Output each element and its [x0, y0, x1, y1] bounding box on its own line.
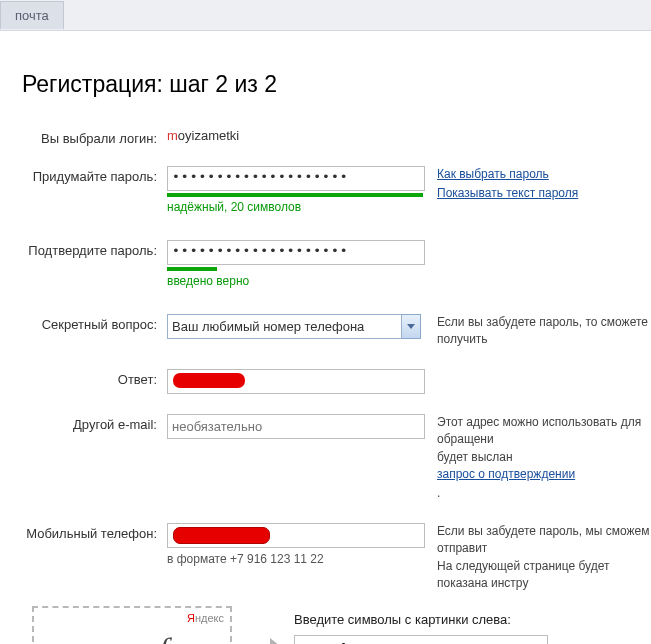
secret-hint: Если вы забудете пароль, то сможете полу… — [421, 314, 651, 349]
login-value: moyizametki — [167, 128, 239, 143]
arrow-right-icon — [246, 606, 280, 644]
email-hint-mid: будет выслан — [437, 450, 513, 464]
captcha-brand-rest: ндекс — [195, 612, 224, 624]
row-confirm: Подтвердите пароль: ••••••••••••••••••••… — [22, 240, 651, 288]
phone-format-hint: в формате +7 916 123 11 22 — [167, 552, 421, 566]
email-hint-post: . — [437, 486, 440, 500]
label-secret: Секретный вопрос: — [22, 314, 167, 349]
tab-mail[interactable]: почта — [0, 1, 64, 29]
email-hint: Этот адрес можно использовать для обраще… — [421, 414, 651, 503]
confirm-input[interactable]: •••••••••••••••••••• — [167, 240, 425, 265]
label-login: Вы выбрали логин: — [22, 128, 167, 146]
answer-input[interactable] — [167, 369, 425, 394]
password-strength-bar — [167, 193, 423, 197]
phone-hint: Если вы забудете пароль, мы сможем отпра… — [421, 523, 651, 593]
label-confirm: Подтвердите пароль: — [22, 240, 167, 288]
row-secret: Секретный вопрос: Ваш любимый номер теле… — [22, 314, 651, 349]
captcha-section: Яндекс vmeqf показать другую картинку Вв… — [32, 606, 651, 644]
svg-marker-0 — [407, 324, 415, 329]
label-email: Другой e-mail: — [22, 414, 167, 503]
captcha-image: Яндекс vmeqf — [32, 606, 232, 644]
confirm-status-label: введено верно — [167, 274, 421, 288]
captcha-prompt: Введите символы с картинки слева: — [294, 612, 651, 627]
phone-input[interactable] — [167, 523, 425, 548]
captcha-brand: Яндекс — [187, 612, 224, 624]
email-hint-pre: Этот адрес можно использовать для обраще… — [437, 415, 641, 446]
top-tabs: почта — [0, 0, 651, 31]
content: Регистрация: шаг 2 из 2 Вы выбрали логин… — [0, 31, 651, 644]
confirm-strength-bar — [167, 267, 217, 271]
page-title: Регистрация: шаг 2 из 2 — [22, 71, 651, 98]
captcha-brand-y: Я — [187, 612, 195, 624]
email-input[interactable] — [167, 414, 425, 439]
password-input[interactable]: •••••••••••••••••••• — [167, 166, 425, 191]
link-choose-password[interactable]: Как выбрать пароль — [437, 166, 651, 183]
secret-select-value[interactable]: Ваш любимый номер телефона — [167, 314, 402, 339]
login-rest: oyizametki — [178, 128, 239, 143]
secret-select-button[interactable] — [402, 314, 421, 339]
link-confirm-request[interactable]: запрос о подтверждении — [437, 466, 651, 483]
label-password: Придумайте пароль: — [22, 166, 167, 214]
row-answer: Ответ: — [22, 369, 651, 394]
phone-hint1: Если вы забудете пароль, мы сможем отпра… — [437, 524, 649, 555]
row-phone: Мобильный телефон: в формате +7 916 123 … — [22, 523, 651, 593]
phone-redacted — [173, 527, 270, 544]
captcha-distorted-text: vmeqf — [97, 631, 167, 644]
row-password: Придумайте пароль: •••••••••••••••••••• … — [22, 166, 651, 214]
login-prefix: m — [167, 128, 178, 143]
label-answer: Ответ: — [22, 369, 167, 394]
captcha-right: Введите символы с картинки слева: Робот … — [294, 606, 651, 644]
phone-hint2: На следующей странице будет показана инс… — [437, 559, 609, 590]
chevron-down-icon — [407, 324, 415, 330]
row-email: Другой e-mail: Этот адрес можно использо… — [22, 414, 651, 503]
password-strength-label: надёжный, 20 символов — [167, 200, 421, 214]
answer-redacted — [173, 373, 245, 388]
svg-marker-3 — [270, 638, 280, 644]
label-phone: Мобильный телефон: — [22, 523, 167, 593]
row-login: Вы выбрали логин: moyizametki — [22, 128, 651, 146]
link-show-password[interactable]: Показывать текст пароля — [437, 185, 651, 202]
secret-select: Ваш любимый номер телефона — [167, 314, 421, 339]
captcha-left: Яндекс vmeqf показать другую картинку — [32, 606, 232, 644]
password-hints: Как выбрать пароль Показывать текст паро… — [421, 166, 651, 214]
captcha-input[interactable] — [294, 635, 548, 644]
